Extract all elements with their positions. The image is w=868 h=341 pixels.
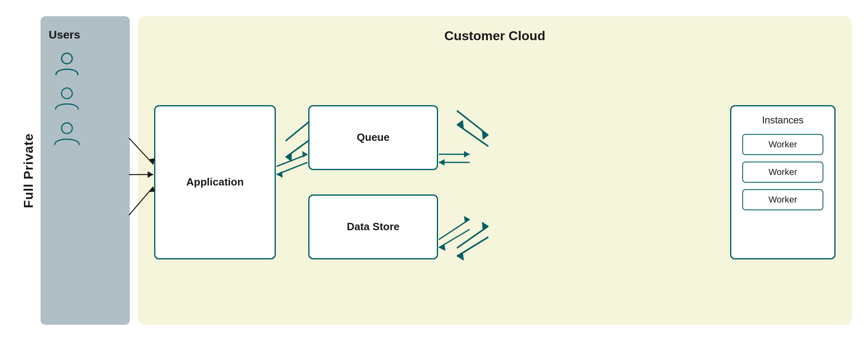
worker-label-2: Worker <box>769 167 797 177</box>
instances-title: Instances <box>762 114 804 126</box>
datastore-label: Data Store <box>347 220 400 233</box>
worker-box-2: Worker <box>742 162 823 183</box>
full-private-label: Full Private <box>21 133 36 208</box>
application-box: Application <box>154 105 276 259</box>
users-panel: Users <box>41 16 130 325</box>
application-label: Application <box>186 176 244 188</box>
customer-cloud: Customer Cloud <box>138 16 852 325</box>
user-icon-3 <box>53 119 81 149</box>
worker-label-3: Worker <box>769 194 797 205</box>
diagram-container: Full Private Users <box>16 16 852 325</box>
middle-section: Queue Data Store <box>308 105 698 259</box>
boxes-layout: Application Queue Data Store <box>154 56 836 309</box>
instances-panel: Instances Worker Worker Worker <box>730 105 836 259</box>
svg-point-1 <box>62 88 72 99</box>
user-icon-2 <box>53 84 81 114</box>
svg-point-2 <box>62 123 72 134</box>
users-icons <box>49 50 81 149</box>
worker-box-3: Worker <box>742 189 823 210</box>
cloud-content: Application Queue Data Store <box>154 56 836 309</box>
worker-label-1: Worker <box>769 139 797 150</box>
user-icon-1 <box>53 50 81 80</box>
datastore-box: Data Store <box>308 194 438 259</box>
customer-cloud-title: Customer Cloud <box>154 28 836 43</box>
queue-label: Queue <box>357 131 390 144</box>
users-title: Users <box>49 28 80 41</box>
svg-point-0 <box>62 53 72 64</box>
queue-box: Queue <box>308 105 438 170</box>
worker-box-1: Worker <box>742 134 823 155</box>
full-private-section: Full Private <box>16 16 41 325</box>
